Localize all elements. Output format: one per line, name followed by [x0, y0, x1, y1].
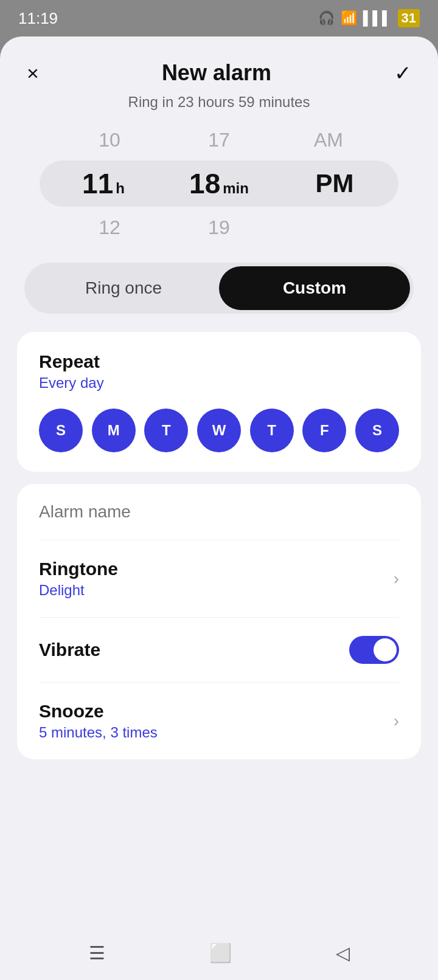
alarm-name-input[interactable]: [39, 502, 399, 522]
snooze-label: Snooze: [39, 701, 158, 722]
minute-selected[interactable]: 18 min: [161, 167, 277, 200]
ampm-selected[interactable]: PM: [277, 169, 392, 198]
nav-back-button[interactable]: ◁: [336, 942, 350, 964]
repeat-toggle-section: Ring once Custom: [0, 257, 438, 326]
nav-home-button[interactable]: ⬜: [209, 942, 232, 964]
ringtone-label-group: Ringtone Delight: [39, 559, 118, 599]
confirm-button[interactable]: ✓: [392, 58, 414, 88]
day-friday[interactable]: F: [302, 409, 346, 452]
status-bar: 11:19 🎧 📶 ▌▌▌ 31: [0, 0, 438, 36]
vibrate-toggle[interactable]: [349, 636, 399, 664]
signal-icon: ▌▌▌: [363, 10, 392, 26]
header: × New alarm ✓: [0, 36, 438, 94]
snooze-value: 5 minutes, 3 times: [39, 724, 158, 741]
ampm-ghost-below: [274, 210, 383, 244]
repeat-subtitle: Every day: [39, 374, 399, 392]
picker-ghost-row-below: 12 19: [55, 210, 383, 244]
headphone-icon: 🎧: [318, 10, 335, 26]
snooze-field[interactable]: Snooze 5 minutes, 3 times ›: [39, 683, 399, 759]
ringtone-chevron-icon: ›: [394, 569, 399, 588]
page-title: New alarm: [162, 60, 271, 86]
day-monday[interactable]: M: [92, 409, 136, 452]
ringtone-label: Ringtone: [39, 559, 118, 579]
vibrate-field: Vibrate: [39, 618, 399, 683]
day-saturday[interactable]: S: [355, 409, 399, 452]
alarm-countdown: Ring in 23 hours 59 minutes: [0, 94, 438, 111]
day-tuesday[interactable]: T: [144, 409, 188, 452]
ringtone-value: Delight: [39, 582, 118, 599]
ringtone-row: Ringtone Delight ›: [39, 559, 399, 599]
hour-selected[interactable]: 11 h: [46, 167, 161, 200]
repeat-card: Repeat Every day S M T W T F S: [17, 332, 421, 472]
custom-button[interactable]: Custom: [219, 266, 410, 310]
snooze-chevron-icon: ›: [394, 711, 399, 731]
picker-selected-bar[interactable]: 11 h 18 min PM: [40, 160, 398, 207]
ring-once-button[interactable]: Ring once: [28, 266, 219, 310]
day-sunday[interactable]: S: [39, 409, 83, 452]
settings-card: Ringtone Delight › Vibrate Snooze 5 minu…: [17, 484, 421, 759]
status-icons: 🎧 📶 ▌▌▌ 31: [318, 9, 420, 27]
snooze-label-group: Snooze 5 minutes, 3 times: [39, 701, 158, 741]
vibrate-row: Vibrate: [39, 636, 399, 664]
nav-bar: ☰ ⬜ ◁: [0, 925, 438, 980]
alarm-name-field[interactable]: [39, 484, 399, 540]
ampm-ghost-above: AM: [274, 123, 383, 157]
battery-indicator: 31: [398, 9, 420, 27]
repeat-title: Repeat: [39, 351, 399, 372]
picker-ghost-row-above: 10 17 AM: [55, 123, 383, 157]
ringtone-field[interactable]: Ringtone Delight ›: [39, 540, 399, 618]
day-thursday[interactable]: T: [250, 409, 294, 452]
main-card: × New alarm ✓ Ring in 23 hours 59 minute…: [0, 36, 438, 980]
status-time: 11:19: [18, 9, 58, 28]
nav-menu-button[interactable]: ☰: [89, 942, 105, 964]
time-picker: 10 17 AM 11 h 18 min PM: [0, 117, 438, 257]
repeat-toggle-wrap: Ring once Custom: [24, 263, 414, 314]
hour-ghost-above: 10: [55, 123, 164, 157]
min-ghost-below: 19: [164, 210, 274, 244]
close-button[interactable]: ×: [24, 59, 41, 88]
min-ghost-above: 17: [164, 123, 274, 157]
snooze-row: Snooze 5 minutes, 3 times ›: [39, 701, 399, 741]
hour-ghost-below: 12: [55, 210, 164, 244]
days-of-week-row: S M T W T F S: [39, 409, 399, 452]
wifi-icon: 📶: [341, 10, 357, 26]
day-wednesday[interactable]: W: [197, 409, 241, 452]
vibrate-label: Vibrate: [39, 640, 100, 660]
